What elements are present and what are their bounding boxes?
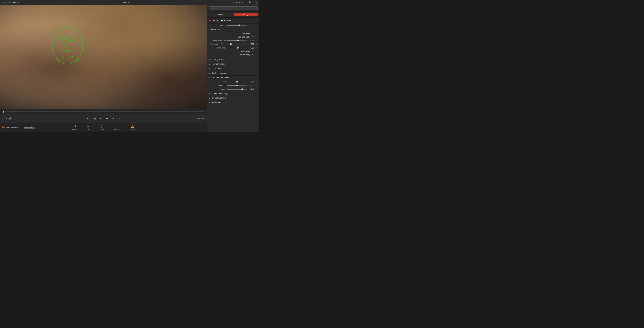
home-icon[interactable]: ⌂ bbox=[204, 126, 206, 129]
refine-mask-slider[interactable] bbox=[227, 48, 247, 48]
blush-retouching-section[interactable]: ▶ Blush retouching bbox=[208, 71, 259, 75]
refine-mask-row: Refine mask 0.500 ↺ bbox=[208, 46, 259, 50]
use-mask-reset[interactable]: ↺ bbox=[254, 32, 257, 35]
flag-icon[interactable]: ⚑ bbox=[5, 117, 8, 120]
loop-button[interactable]: ↺ bbox=[117, 117, 120, 120]
reset-plugin-icon[interactable]: ↺ bbox=[256, 19, 258, 22]
forehead-saturation-fill bbox=[227, 85, 237, 86]
top-icons: ⊞ ⊟ ✦ bbox=[2, 1, 10, 4]
timeline-progress[interactable] bbox=[3, 111, 204, 112]
use-face-mask-reset[interactable]: ↺ bbox=[254, 36, 257, 38]
contrast-slider[interactable] bbox=[227, 25, 247, 26]
nav-item-edit[interactable]: ✂ Edit bbox=[87, 124, 90, 131]
panel-bottom bbox=[208, 125, 259, 132]
face-mask-softness-reset[interactable]: ↺ bbox=[255, 43, 258, 45]
audio-icon[interactable]: 🔊 bbox=[9, 117, 12, 120]
forehead-hue-label: Hue bbox=[209, 81, 226, 83]
zoom-level[interactable]: 151% bbox=[12, 2, 16, 4]
stop-button[interactable]: ⏹ bbox=[99, 117, 102, 120]
contrast-slider-fill bbox=[227, 25, 239, 26]
star-icon[interactable]: ✦ bbox=[8, 1, 10, 4]
contrast-value[interactable]: 0.055 bbox=[248, 24, 254, 26]
chin-retouching-title: Chin retouching bbox=[212, 97, 226, 99]
play-button[interactable]: ▶ bbox=[105, 117, 108, 120]
lip-retouching-section[interactable]: ▶ Lip retouching bbox=[208, 66, 259, 71]
show-mask-label: Show mask bbox=[240, 50, 250, 52]
nav-item-deliver[interactable]: 📤 Deliver bbox=[130, 124, 135, 131]
forehead-saturation-value[interactable]: 0.000 bbox=[248, 84, 254, 87]
show-overlay-reset[interactable]: ↺ bbox=[254, 54, 257, 56]
show-mask-check[interactable]: ☐ bbox=[251, 50, 254, 53]
face-mask-softness-knob bbox=[230, 43, 232, 45]
nav-item-color[interactable]: ⬡ Color bbox=[100, 124, 104, 131]
face-mask-softness-value[interactable]: 0.100 bbox=[248, 43, 254, 45]
nav-item-fairlight[interactable]: ♪ Fairlight bbox=[114, 124, 120, 130]
nav-label-edit: Edit bbox=[87, 129, 90, 131]
show-overlay-row: Show overlay ✓ ↺ bbox=[208, 53, 259, 56]
face-mask-size-knob bbox=[237, 40, 239, 41]
tab-settings[interactable]: Settings bbox=[234, 13, 258, 16]
refine-mask-reset[interactable]: ↺ bbox=[255, 47, 258, 49]
eye-retouching-title: Eye retouching bbox=[212, 63, 225, 65]
cheek-retouching-section[interactable]: ▶ Cheek retouching bbox=[208, 91, 259, 96]
search-input[interactable] bbox=[209, 7, 258, 10]
use-face-mask-row: Use face mask ✓ ↺ bbox=[208, 35, 259, 39]
forehead-header[interactable]: ▼ Forehead retouching bbox=[208, 76, 259, 80]
face-mask-size-fill bbox=[227, 40, 238, 41]
color-grading-title: Color grading bbox=[212, 58, 224, 61]
face-mask-size-reset[interactable]: ↺ bbox=[255, 39, 258, 42]
svg-point-2 bbox=[69, 37, 75, 41]
face-mask-size-value[interactable]: 0.386 bbox=[248, 39, 254, 41]
show-mask-reset[interactable]: ↺ bbox=[254, 50, 257, 53]
use-face-mask-check[interactable]: ✓ bbox=[251, 36, 254, 38]
forehead-saturation-row: Saturation 0.000 ↺ bbox=[208, 84, 259, 87]
refine-mask-fill bbox=[227, 48, 238, 48]
contrast-reset-icon[interactable]: ↺ bbox=[255, 24, 258, 27]
forehead-smooth-reset[interactable]: ↺ bbox=[255, 88, 258, 90]
face-mask-softness-slider[interactable] bbox=[227, 44, 247, 45]
nav-item-media[interactable]: 🎞 Media bbox=[72, 124, 76, 130]
show-overlay-label: Show overlay bbox=[239, 54, 250, 56]
show-overlay-check[interactable]: ✓ bbox=[251, 54, 254, 56]
chin-retouching-section[interactable]: ▶ Chin retouching bbox=[208, 96, 259, 100]
tab-row: Library Settings bbox=[208, 12, 259, 18]
face-mask-size-slider[interactable] bbox=[227, 40, 247, 41]
forehead-saturation-reset[interactable]: ↺ bbox=[255, 84, 258, 87]
workspace-name: Main bbox=[123, 2, 127, 4]
forehead-section: ▼ Forehead retouching Hue 0.000 ↺ Satura… bbox=[208, 75, 259, 91]
step-back-button[interactable]: ◀ bbox=[93, 117, 96, 120]
forehead-hue-slider[interactable] bbox=[227, 82, 247, 82]
timeline-knob[interactable] bbox=[3, 111, 4, 112]
layout-icon[interactable]: ⊟ bbox=[5, 1, 7, 4]
blush-retouching-chevron: ▶ bbox=[209, 72, 210, 74]
time-dropdown-arrow[interactable]: ▼ bbox=[244, 2, 246, 3]
fairlight-icon: ♪ bbox=[116, 124, 118, 128]
forehead-saturation-slider[interactable] bbox=[227, 85, 247, 86]
refine-mask-value[interactable]: 0.500 bbox=[248, 47, 254, 49]
global-blend-title: Global Blend bbox=[212, 101, 223, 104]
forehead-hue-reset[interactable]: ↺ bbox=[255, 81, 258, 83]
forehead-hue-row: Hue 0.000 ↺ bbox=[208, 80, 259, 84]
eye-retouching-section[interactable]: ▶ Eye retouching bbox=[208, 62, 259, 66]
skin-mask-header[interactable]: ▼ Skin mask bbox=[208, 27, 259, 32]
use-mask-row: Use mask ✓ ↺ bbox=[208, 32, 259, 35]
search-icon-top[interactable]: 🔍 bbox=[248, 1, 252, 4]
use-mask-check[interactable]: ✓ bbox=[251, 32, 254, 35]
more-icon[interactable]: ⋮⋮ bbox=[253, 1, 258, 4]
media-icon: 🎞 bbox=[73, 124, 76, 128]
options-icon[interactable]: ⚙ bbox=[2, 117, 4, 120]
global-blend-section[interactable]: ▶ Global Blend bbox=[208, 100, 259, 105]
nav-label-deliver: Deliver bbox=[130, 129, 135, 131]
zoom-dropdown-arrow[interactable]: ▼ bbox=[18, 2, 20, 3]
color-grading-section[interactable]: ▶ Color grading bbox=[208, 57, 259, 62]
grid-icon[interactable]: ⊞ bbox=[2, 1, 4, 4]
cheek-retouching-title: Cheek retouching bbox=[212, 92, 227, 95]
tab-library[interactable]: Library bbox=[209, 13, 233, 16]
step-forward-button[interactable]: ⏭ bbox=[111, 117, 114, 120]
main-content: ⚙ ⚑ 🔊 ⏮ ◀ ⏹ ▶ ⏭ ↺ 00:00:17:07 DR DaVinci… bbox=[0, 5, 259, 132]
forehead-smooth-value[interactable]: 0.767 bbox=[248, 88, 254, 90]
forehead-smooth-slider[interactable] bbox=[227, 89, 247, 90]
workspace-dropdown-arrow[interactable]: ▼ bbox=[128, 2, 129, 3]
go-to-start-button[interactable]: ⏮ bbox=[87, 117, 90, 120]
forehead-hue-value[interactable]: 0.000 bbox=[248, 81, 254, 83]
